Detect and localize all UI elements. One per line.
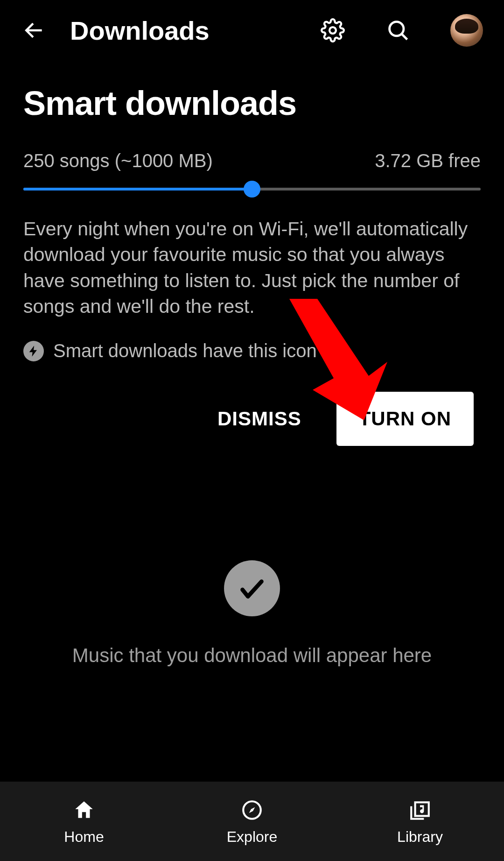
- svg-point-1: [389, 22, 403, 36]
- nav-home[interactable]: Home: [0, 782, 168, 861]
- nav-explore[interactable]: Explore: [168, 782, 336, 861]
- dismiss-button[interactable]: DISMISS: [208, 394, 311, 444]
- nav-explore-label: Explore: [227, 828, 278, 846]
- library-icon: [407, 797, 433, 823]
- compass-icon: [239, 797, 265, 823]
- smart-downloads-title: Smart downloads: [23, 84, 481, 122]
- songs-count-label: 250 songs (~1000 MB): [23, 150, 213, 171]
- settings-gear-icon[interactable]: [320, 18, 345, 43]
- smart-downloads-hint: Smart downloads have this icon: [53, 340, 317, 361]
- check-icon: [224, 560, 280, 616]
- svg-rect-5: [415, 802, 429, 816]
- nav-library[interactable]: Library: [336, 782, 504, 861]
- page-title: Downloads: [70, 15, 210, 46]
- storage-free-label: 3.72 GB free: [375, 150, 481, 171]
- avatar[interactable]: [450, 14, 483, 47]
- slider-thumb[interactable]: [244, 181, 260, 198]
- home-icon: [71, 797, 97, 823]
- smart-downloads-description: Every night when you're on Wi-Fi, we'll …: [23, 216, 481, 319]
- nav-home-label: Home: [64, 828, 104, 846]
- search-icon[interactable]: [385, 18, 411, 43]
- svg-point-0: [329, 27, 336, 34]
- songs-slider[interactable]: [23, 188, 481, 191]
- nav-library-label: Library: [397, 828, 443, 846]
- turn-on-button[interactable]: TURN ON: [336, 392, 474, 446]
- back-arrow-icon[interactable]: [21, 18, 47, 43]
- slider-fill: [23, 188, 252, 191]
- bolt-icon: [23, 341, 44, 361]
- svg-marker-4: [249, 807, 255, 813]
- empty-state-message: Music that you download will appear here: [72, 644, 432, 667]
